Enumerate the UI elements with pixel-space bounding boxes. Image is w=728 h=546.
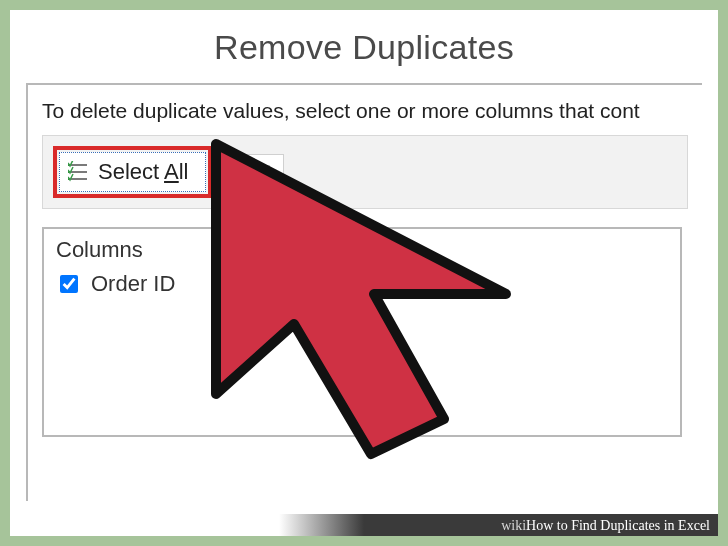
svg-rect-1 [71, 164, 87, 166]
svg-rect-5 [71, 178, 87, 180]
button-row: Select All [42, 135, 688, 209]
list-item[interactable]: Order ID [56, 269, 668, 299]
watermark: wikiHow to Find Duplicates in Excel [10, 514, 718, 536]
column-checkbox-order-id[interactable] [60, 275, 78, 293]
dialog-panel: To delete duplicate values, select one o… [26, 83, 702, 501]
select-all-accel: A [164, 159, 179, 184]
column-label: Order ID [91, 271, 175, 297]
columns-header: Columns [56, 237, 668, 263]
checklist-icon-faded [251, 161, 273, 183]
watermark-brand: H [526, 518, 536, 533]
svg-rect-3 [71, 171, 87, 173]
svg-rect-8 [251, 171, 254, 174]
columns-listbox: Columns Order ID [42, 227, 682, 437]
svg-rect-6 [251, 164, 254, 167]
watermark-title: ow to Find Duplicates in Excel [536, 518, 710, 533]
svg-rect-11 [256, 179, 270, 181]
svg-rect-7 [256, 165, 270, 167]
select-all-prefix: Select [98, 159, 164, 184]
checklist-icon [68, 161, 90, 183]
dialog-title: Remove Duplicates [10, 28, 718, 67]
instruction-text: To delete duplicate values, select one o… [42, 99, 688, 123]
select-all-label: Select All [98, 159, 189, 185]
unselect-all-button[interactable] [240, 154, 284, 190]
svg-rect-9 [256, 172, 270, 174]
watermark-wiki: wiki [501, 518, 526, 533]
select-all-button[interactable]: Select All [59, 152, 206, 192]
svg-rect-10 [251, 178, 254, 181]
highlight-box: Select All [53, 146, 212, 198]
tutorial-frame: Remove Duplicates To delete duplicate va… [0, 0, 728, 546]
select-all-suffix: ll [179, 159, 189, 184]
